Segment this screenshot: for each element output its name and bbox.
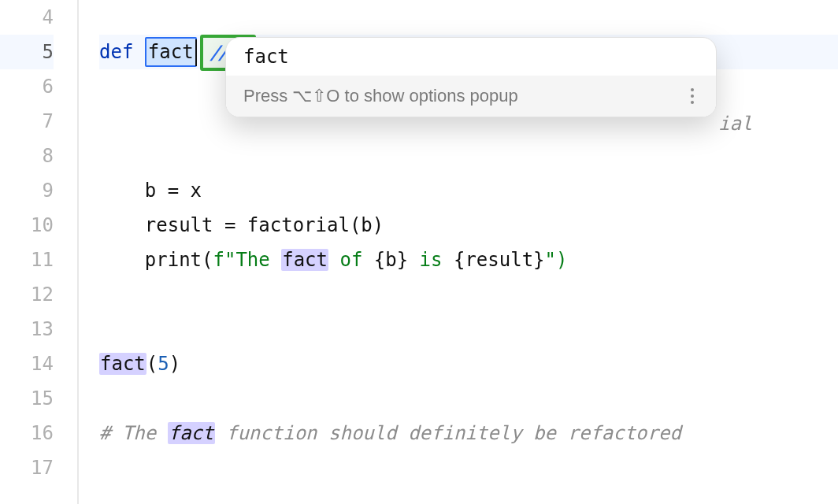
code-line[interactable]	[99, 0, 838, 35]
code-area[interactable]: def fact//(x): b = x result = factorial(…	[79, 0, 838, 504]
line-number: 12	[0, 277, 54, 312]
code-line[interactable]: print(f"The fact of {b} is {result}")	[99, 243, 838, 277]
line-number: 9	[0, 173, 54, 208]
number-literal: 5	[158, 353, 169, 375]
string-text: f"The	[213, 249, 282, 271]
popup-hint-row: Press ⌥⇧O to show options popup	[226, 76, 716, 117]
more-options-icon[interactable]	[686, 83, 699, 109]
line-number: 16	[0, 416, 54, 450]
line-number: 17	[0, 450, 54, 485]
line-number: 6	[0, 69, 54, 104]
line-number: 11	[0, 243, 54, 277]
fstring-expr: {b}	[374, 249, 408, 271]
string-text: ")	[545, 249, 568, 271]
code-line[interactable]: # The fact function should definitely be…	[99, 416, 838, 450]
code-text: print(	[99, 249, 213, 271]
code-text: )	[169, 353, 180, 375]
code-line[interactable]: fact(5)	[99, 346, 838, 381]
line-number-gutter: 4 5 6 7 8 9 10 11 12 13 14 15 16 17	[0, 0, 79, 504]
code-line[interactable]	[99, 381, 838, 416]
code-editor[interactable]: 4 5 6 7 8 9 10 11 12 13 14 15 16 17 def …	[0, 0, 838, 504]
usage-highlight: fact	[168, 422, 215, 444]
line-number: 14	[0, 346, 54, 381]
code-text: (	[146, 353, 158, 375]
rename-suggestions-popup[interactable]: fact Press ⌥⇧O to show options popup	[225, 37, 717, 117]
line-number: 13	[0, 312, 54, 346]
comment-text: # The	[99, 422, 168, 444]
code-line[interactable]: b = x	[99, 173, 838, 208]
code-line[interactable]	[99, 312, 838, 346]
code-text: result = factorial(b)	[99, 214, 384, 236]
string-text: of	[328, 249, 374, 271]
suggestion-item[interactable]: fact	[226, 38, 716, 76]
fstring-expr: {result}	[454, 249, 545, 271]
code-text: b = x	[99, 180, 202, 202]
keyword-def: def	[99, 41, 145, 63]
code-line[interactable]	[99, 139, 838, 173]
rename-comments-icon: //	[210, 39, 226, 66]
usage-highlight: fact	[281, 249, 328, 271]
code-line[interactable]	[99, 277, 838, 312]
text-cursor	[195, 39, 197, 66]
usage-highlight: fact	[99, 353, 146, 375]
comment-text: function should definitely be refactored	[215, 422, 681, 444]
code-line[interactable]	[99, 450, 838, 485]
popup-hint-text: Press ⌥⇧O to show options popup	[243, 86, 518, 106]
line-number: 15	[0, 381, 54, 416]
rename-selection[interactable]: fact	[145, 37, 197, 67]
string-text: is	[408, 249, 454, 271]
code-line[interactable]: result = factorial(b)	[99, 208, 838, 243]
line-number: 4	[0, 0, 54, 35]
line-number: 10	[0, 208, 54, 243]
line-number: 5	[0, 35, 54, 69]
line-number: 7	[0, 104, 54, 139]
line-number: 8	[0, 139, 54, 173]
